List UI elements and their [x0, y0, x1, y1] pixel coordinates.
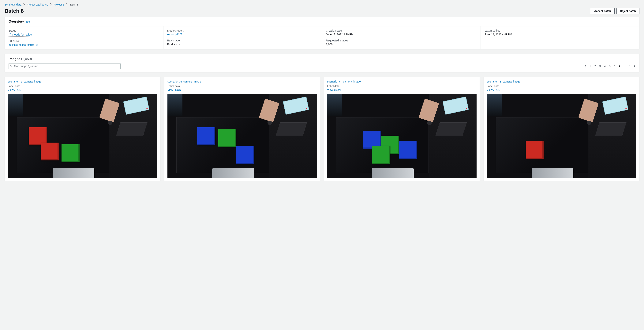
requested-images-label: Requested images — [326, 39, 477, 42]
image-thumbnail[interactable] — [327, 94, 476, 178]
svg-point-1 — [10, 65, 12, 66]
pagination-page-3[interactable]: 3 — [599, 65, 601, 68]
image-thumbnail[interactable] — [487, 94, 636, 178]
image-card: scenario_76_camera_image Label data View… — [164, 77, 320, 181]
pagination-page-9[interactable]: 9 — [628, 65, 630, 68]
chevron-right-icon — [50, 3, 52, 6]
label-data-text: Label data — [327, 85, 476, 88]
image-name-link[interactable]: scenario_76_camera_image — [168, 80, 201, 83]
accept-batch-button[interactable]: Accept batch — [591, 8, 614, 14]
image-card: scenario_78_camera_image Label data View… — [484, 77, 640, 181]
chevron-right-icon — [66, 3, 68, 6]
pagination-page-2[interactable]: 2 — [594, 65, 596, 68]
last-modified-value: June 18, 2022 4:49 PM — [484, 33, 636, 36]
pagination-page-7[interactable]: 7 — [619, 65, 620, 68]
clock-icon — [8, 33, 11, 36]
status-value-link[interactable]: Ready for review — [8, 33, 32, 37]
image-card: scenario_75_camera_image Label data View… — [4, 77, 160, 181]
breadcrumb-project-dashboard[interactable]: Project dashboard — [27, 3, 48, 6]
status-label: Status — [8, 29, 160, 32]
external-link-icon — [180, 33, 182, 36]
image-thumbnail[interactable] — [168, 94, 317, 178]
metrics-report-label: Metrics report — [167, 29, 318, 32]
pagination-prev[interactable] — [584, 65, 586, 68]
creation-date-label: Creation date — [326, 29, 477, 32]
images-panel: Images (1,050) 1 2 3 4 5 6 7 8 — [4, 54, 640, 72]
pagination-next[interactable] — [634, 65, 636, 68]
s3-bucket-text: multiple-boxes-results — [8, 43, 34, 46]
external-link-icon — [36, 43, 38, 46]
requested-images-value: 1,050 — [326, 43, 477, 46]
overview-panel: Overview Info Status Ready for review — [4, 17, 640, 49]
view-json-link[interactable]: View JSON — [487, 88, 500, 91]
reject-batch-button[interactable]: Reject batch — [616, 8, 640, 14]
view-json-link[interactable]: View JSON — [8, 88, 21, 91]
breadcrumb-project-1[interactable]: Project 1 — [54, 3, 64, 6]
batch-type-value: Production — [167, 43, 318, 46]
creation-date-value: June 17, 2022 2:20 PM — [326, 33, 477, 36]
metrics-report-text: report.pdf — [167, 33, 179, 36]
s3-bucket-label: S3 bucket — [8, 40, 160, 43]
image-thumbnail[interactable] — [8, 94, 157, 178]
pagination-page-5[interactable]: 5 — [609, 65, 610, 68]
overview-info-link[interactable]: Info — [26, 21, 30, 23]
overview-title: Overview — [8, 20, 24, 24]
metrics-report-link[interactable]: report.pdf — [167, 33, 182, 36]
pagination: 1 2 3 4 5 6 7 8 9 — [584, 65, 636, 68]
pagination-page-6[interactable]: 6 — [614, 65, 616, 68]
page-title: Batch 8 — [4, 8, 24, 14]
label-data-text: Label data — [487, 85, 636, 88]
image-name-link[interactable]: scenario_78_camera_image — [487, 80, 520, 83]
pagination-page-8[interactable]: 8 — [624, 65, 625, 68]
view-json-link[interactable]: View JSON — [168, 88, 181, 91]
status-value-text: Ready for review — [12, 33, 32, 36]
images-count: (1,050) — [21, 57, 32, 61]
breadcrumb: Synthetic data Project dashboard Project… — [4, 3, 640, 6]
breadcrumb-current: Batch 8 — [70, 3, 78, 6]
images-title: Images — [8, 57, 20, 61]
pagination-page-1[interactable]: 1 — [590, 65, 591, 68]
image-card: scenario_77_camera_image Label data View… — [324, 77, 480, 181]
image-card-grid: scenario_75_camera_image Label data View… — [4, 77, 640, 181]
chevron-right-icon — [23, 3, 25, 6]
s3-bucket-link[interactable]: multiple-boxes-results — [8, 43, 38, 46]
view-json-link[interactable]: View JSON — [327, 88, 340, 91]
image-name-link[interactable]: scenario_77_camera_image — [327, 80, 361, 83]
breadcrumb-synthetic-data[interactable]: Synthetic data — [4, 3, 22, 6]
search-icon — [10, 65, 13, 68]
pagination-page-4[interactable]: 4 — [604, 65, 606, 68]
image-name-link[interactable]: scenario_75_camera_image — [8, 80, 42, 83]
search-input[interactable] — [8, 63, 120, 69]
label-data-text: Label data — [8, 85, 157, 88]
batch-type-label: Batch type — [167, 39, 318, 42]
last-modified-label: Last modified — [484, 29, 636, 32]
label-data-text: Label data — [168, 85, 317, 88]
